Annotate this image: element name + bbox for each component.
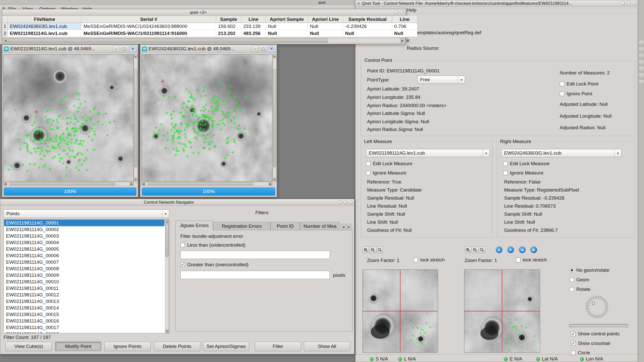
- list-item[interactable]: EW0211981114G_00002: [4, 226, 165, 233]
- col-apriori-sample[interactable]: Apriori Sample: [266, 16, 308, 23]
- navigator-titlebar[interactable]: Control Network Navigator: [0, 199, 354, 206]
- zoom-out-button-right[interactable]: [472, 247, 478, 253]
- maximize-button[interactable]: [627, 2, 631, 5]
- zoom-fit-button[interactable]: [377, 247, 383, 253]
- radio-rotate[interactable]: Rotate: [570, 287, 590, 292]
- list-item[interactable]: EW0211981114G_00007: [4, 259, 165, 265]
- less-than-checkbox[interactable]: Less than (undercontrolled): [180, 242, 245, 248]
- cell-line-residual[interactable]: 0.706: [392, 23, 417, 30]
- right-measure-chip-view[interactable]: [464, 269, 540, 353]
- col-filename[interactable]: FileName: [8, 16, 82, 23]
- list-item[interactable]: EW0211981114G_00012: [4, 292, 165, 298]
- cell-apriori-line[interactable]: Null: [308, 30, 343, 37]
- minimize-button[interactable]: [621, 2, 625, 5]
- scrollbar-thumb[interactable]: [273, 69, 276, 167]
- view-cubes-button[interactable]: View Cube(s): [6, 342, 52, 351]
- scroll-right-arrow[interactable]: ▶: [269, 182, 272, 186]
- tab-scroll-right-arrow[interactable]: ▶: [346, 224, 351, 230]
- rotation-slider[interactable]: [569, 324, 628, 327]
- list-item[interactable]: EW0211981114G_00013: [4, 298, 165, 305]
- scroll-right-arrow[interactable]: ▶: [400, 38, 405, 43]
- tab-point-id[interactable]: Point ID: [270, 222, 300, 230]
- show-crosshair-checkbox[interactable]: Show crosshair: [571, 341, 611, 346]
- list-item[interactable]: EW0211981114G_00008: [4, 265, 165, 272]
- scroll-left-arrow[interactable]: ◀: [3, 38, 8, 43]
- list-scrollbar[interactable]: ▲ ▼: [165, 220, 169, 333]
- list-item[interactable]: EW0211981114G_00004: [4, 239, 165, 246]
- zoom-in-button-right[interactable]: [465, 247, 471, 253]
- scrollbar-thumb[interactable]: [148, 183, 253, 185]
- close-button[interactable]: ✕: [129, 46, 136, 52]
- scroll-up-arrow[interactable]: ▲: [165, 220, 169, 223]
- close-button[interactable]: [349, 200, 353, 204]
- viewer-right-titlebar[interactable]: Qt EW0242463603G.lev1.cub @ 48.0469... –…: [140, 45, 277, 53]
- left-edit-lock-measure-checkbox[interactable]: Edit Lock Measure: [366, 161, 412, 166]
- viewer-left-titlebar[interactable]: Qt EW0211981114G.lev1.cub @ 48.0469... –…: [2, 45, 138, 53]
- tab-number-of-measures[interactable]: Number of Mea: [300, 222, 340, 230]
- shade-button[interactable]: [395, 11, 398, 14]
- scroll-left-arrow[interactable]: ◀: [4, 182, 7, 186]
- points-list[interactable]: EW0211981114G_00001 EW0211981114G_00002 …: [4, 219, 169, 333]
- maximize-button[interactable]: ▢: [121, 46, 128, 52]
- vertical-scrollbar[interactable]: ▲ ▼: [273, 54, 276, 182]
- list-item[interactable]: EW0211981114G_00011: [4, 285, 165, 292]
- cell-sample[interactable]: 213.202: [216, 30, 241, 37]
- cell-serial[interactable]: MeSSEnGeR/MDIS-WAC/1/0242463603:888000: [82, 23, 216, 30]
- greater-than-input[interactable]: [180, 271, 330, 279]
- zoom-out-button[interactable]: [370, 247, 376, 253]
- left-measure-chip-view[interactable]: [363, 269, 438, 353]
- horizontal-scrollbar[interactable]: ◀ ▶: [3, 182, 134, 186]
- minimize-button[interactable]: –: [112, 46, 120, 52]
- col-line[interactable]: Line: [241, 16, 266, 23]
- zoom-level-button[interactable]: 100%: [142, 188, 275, 196]
- cell-line[interactable]: 483.256: [241, 30, 266, 37]
- qnet-tool-titlebar[interactable]: ✕ Qnet Tool - Control Network File: /hom…: [355, 0, 638, 7]
- col-serial[interactable]: Serial #: [82, 16, 216, 23]
- right-lock-stretch-checkbox[interactable]: lock stretch: [516, 257, 547, 263]
- col-line-residual[interactable]: Line: [392, 16, 417, 23]
- scrollbar-thumb[interactable]: [134, 69, 137, 167]
- dock-button[interactable]: [638, 40, 644, 45]
- maximize-button[interactable]: ▢: [260, 46, 267, 52]
- scroll-right-arrow[interactable]: ▶: [130, 182, 133, 186]
- cube-image-view[interactable]: [3, 54, 134, 182]
- radio-no-geom-rotate[interactable]: No geom/rotate: [570, 267, 609, 273]
- cell-line[interactable]: 233.139: [241, 23, 266, 30]
- scroll-down-arrow[interactable]: ▼: [165, 329, 169, 333]
- close-button[interactable]: ✕: [268, 46, 275, 52]
- pan-right-button[interactable]: ▶: [531, 247, 537, 253]
- pan-up-button[interactable]: ▲: [496, 247, 502, 253]
- right-ignore-measure-checkbox[interactable]: Ignore Measure: [503, 170, 543, 176]
- list-item[interactable]: EW0211981114G_00010: [4, 279, 165, 285]
- cell-line-residual[interactable]: Null: [392, 30, 417, 37]
- menu-help[interactable]: Help: [407, 7, 416, 13]
- left-lock-stretch-checkbox[interactable]: lock stretch: [414, 257, 445, 263]
- show-control-points-checkbox[interactable]: Show control points: [571, 331, 620, 337]
- tab-jigsaw-errors[interactable]: Jigsaw Errors: [175, 220, 213, 230]
- ignore-point-checkbox[interactable]: Ignore Point: [560, 91, 592, 97]
- left-measure-cube-dropdown[interactable]: EW0211981114G.lev1.cub ▾: [366, 149, 490, 157]
- vertical-scrollbar[interactable]: ▲ ▼: [134, 54, 138, 182]
- list-item[interactable]: EW0211981114G_00005: [4, 246, 165, 252]
- horizontal-scrollbar[interactable]: ◀ ▶: [3, 38, 405, 43]
- cube-image-view[interactable]: [141, 54, 272, 182]
- maximize-button[interactable]: [343, 200, 347, 204]
- list-item[interactable]: EW0211981114G_00001: [4, 220, 165, 226]
- list-mode-dropdown[interactable]: Points ▾: [4, 209, 169, 218]
- qnet2-titlebar[interactable]: qnet <2>: [2, 9, 406, 16]
- scroll-up-arrow[interactable]: ▲: [273, 55, 276, 58]
- scrollbar-thumb[interactable]: [9, 38, 328, 42]
- col-apriori-line[interactable]: Apriori Line: [308, 16, 343, 23]
- scroll-down-arrow[interactable]: ▼: [134, 178, 137, 181]
- cell-sample-residual[interactable]: Null: [343, 30, 392, 37]
- filter-button[interactable]: Filter: [255, 342, 301, 351]
- dock-button[interactable]: [638, 79, 644, 84]
- dock-button[interactable]: [638, 53, 644, 58]
- pan-left-button[interactable]: ◀: [519, 247, 526, 253]
- list-item[interactable]: EW0211981114G_00018: [4, 331, 165, 333]
- cell-apriori-sample[interactable]: Null: [266, 30, 308, 37]
- dock-button[interactable]: [638, 60, 644, 65]
- scroll-down-arrow[interactable]: ▼: [273, 178, 276, 181]
- cell-filename[interactable]: EW0242463603G.lev1.cub: [8, 23, 82, 30]
- set-apriori-sigmas-button[interactable]: Set Apriori/Sigmas: [203, 342, 249, 351]
